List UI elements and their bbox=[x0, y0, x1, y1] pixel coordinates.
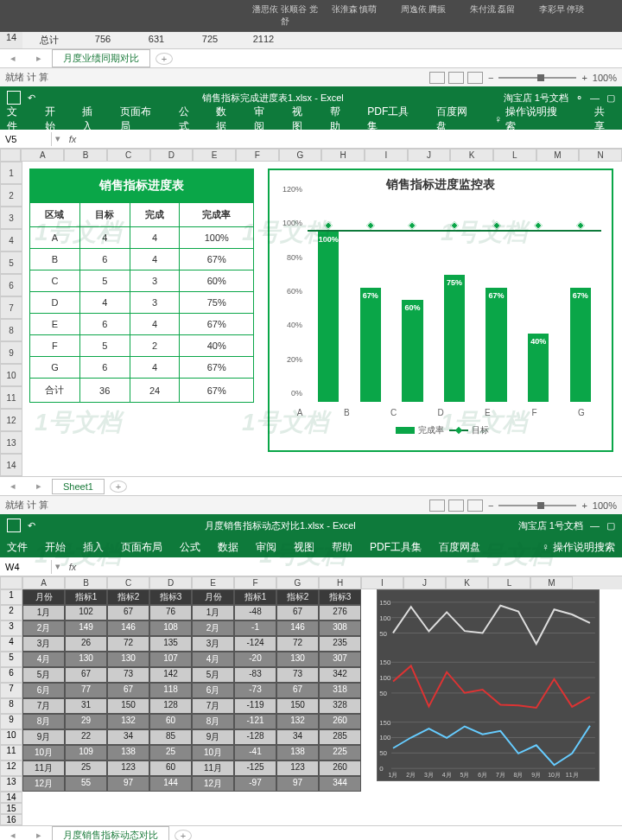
data-cell[interactable]: 26 bbox=[65, 636, 107, 652]
data-cell[interactable]: 318 bbox=[319, 683, 361, 698]
data-cell[interactable]: 85 bbox=[149, 729, 192, 745]
data-cell[interactable]: 6月 bbox=[192, 683, 234, 698]
table-cell[interactable]: E bbox=[30, 314, 80, 335]
col-header[interactable]: C bbox=[107, 576, 149, 589]
table-cell[interactable]: 24 bbox=[130, 379, 180, 403]
data-cell[interactable]: 130 bbox=[276, 652, 319, 667]
normal-view-button[interactable] bbox=[429, 72, 445, 84]
data-cell[interactable]: -125 bbox=[234, 760, 276, 776]
data-cell[interactable]: 9月 bbox=[192, 729, 234, 745]
data-cell[interactable]: 342 bbox=[319, 667, 361, 683]
sales-progress-chart[interactable]: 销售指标进度监控表 0%20%40%60%80%100%120%ABCDEFG1… bbox=[268, 169, 613, 452]
tab-baidu[interactable]: 百度网盘 bbox=[436, 105, 477, 134]
tab-data[interactable]: 数据 bbox=[218, 540, 238, 555]
table-cell[interactable]: B bbox=[30, 249, 80, 270]
tab-layout[interactable]: 页面布局 bbox=[120, 105, 161, 134]
data-cell[interactable]: 123 bbox=[276, 760, 319, 776]
table-cell[interactable]: F bbox=[30, 335, 80, 357]
data-cell[interactable]: 149 bbox=[65, 620, 107, 636]
data-cell[interactable]: 328 bbox=[319, 698, 361, 714]
data-cell[interactable]: 135 bbox=[149, 636, 192, 652]
table-cell[interactable]: C bbox=[30, 270, 80, 292]
col-header[interactable]: J bbox=[408, 149, 451, 162]
maximize-button[interactable]: ▢ bbox=[606, 92, 615, 104]
data-cell[interactable]: -128 bbox=[234, 729, 276, 745]
col-header[interactable]: F bbox=[234, 576, 276, 589]
data-cell[interactable]: 235 bbox=[319, 636, 361, 652]
data-header[interactable]: 月份 bbox=[192, 589, 234, 605]
data-cell[interactable]: 76 bbox=[149, 605, 192, 620]
data-cell[interactable]: 138 bbox=[107, 745, 149, 760]
table-cell[interactable]: 4 bbox=[130, 314, 180, 335]
data-cell[interactable]: 146 bbox=[276, 620, 319, 636]
page-layout-button[interactable] bbox=[448, 500, 464, 512]
data-cell[interactable]: 22 bbox=[65, 729, 107, 745]
data-cell[interactable]: 34 bbox=[276, 729, 319, 745]
tab-review[interactable]: 审阅 bbox=[254, 105, 275, 134]
tab-view[interactable]: 视图 bbox=[294, 540, 314, 555]
tab-baidu[interactable]: 百度网盘 bbox=[439, 540, 480, 555]
data-cell[interactable]: 73 bbox=[107, 667, 149, 683]
row-header[interactable]: 11 bbox=[0, 386, 22, 409]
data-cell[interactable]: 142 bbox=[149, 667, 192, 683]
table-cell[interactable]: 4 bbox=[130, 227, 180, 249]
data-cell[interactable]: 8月 bbox=[192, 714, 234, 729]
tab-formulas[interactable]: 公式 bbox=[180, 540, 200, 555]
data-header[interactable]: 指标2 bbox=[276, 589, 319, 605]
table-cell[interactable]: 2 bbox=[130, 335, 180, 357]
table-cell[interactable]: 合计 bbox=[30, 379, 80, 403]
table-cell[interactable]: 36 bbox=[79, 379, 130, 403]
data-cell[interactable]: 1月 bbox=[22, 605, 65, 620]
row-header[interactable]: 8 bbox=[0, 319, 22, 341]
data-cell[interactable]: 128 bbox=[149, 698, 192, 714]
tab-help[interactable]: 帮助 bbox=[330, 105, 351, 134]
table-cell[interactable]: 75% bbox=[180, 292, 254, 314]
table-cell[interactable]: 6 bbox=[79, 314, 130, 335]
data-cell[interactable]: 123 bbox=[107, 760, 149, 776]
data-cell[interactable]: 67 bbox=[65, 667, 107, 683]
tab-insert[interactable]: 插入 bbox=[82, 105, 103, 134]
tab-help[interactable]: 帮助 bbox=[332, 540, 352, 555]
data-cell[interactable]: 72 bbox=[276, 636, 319, 652]
data-cell[interactable]: -73 bbox=[234, 683, 276, 698]
tab-insert[interactable]: 插入 bbox=[83, 540, 104, 555]
data-cell[interactable]: 55 bbox=[65, 776, 107, 792]
data-cell[interactable]: 77 bbox=[65, 683, 107, 698]
table-cell[interactable]: 60% bbox=[180, 270, 254, 292]
data-cell[interactable]: 67 bbox=[276, 683, 319, 698]
zoom-level[interactable]: 100% bbox=[593, 73, 617, 83]
col-header[interactable]: C bbox=[107, 149, 150, 162]
tab-home[interactable]: 开始 bbox=[45, 540, 66, 555]
tab-formulas[interactable]: 公式 bbox=[179, 105, 200, 134]
col-header[interactable]: F bbox=[236, 149, 279, 162]
select-all-corner[interactable] bbox=[0, 576, 22, 589]
tab-file[interactable]: 文件 bbox=[7, 105, 28, 134]
add-sheet-button[interactable]: + bbox=[175, 830, 192, 841]
data-cell[interactable]: 130 bbox=[107, 652, 149, 667]
col-header[interactable]: E bbox=[193, 149, 236, 162]
data-cell[interactable]: 7月 bbox=[192, 698, 234, 714]
name-box[interactable]: W4 bbox=[0, 560, 52, 574]
data-cell[interactable]: 67 bbox=[107, 683, 149, 698]
col-header[interactable]: G bbox=[276, 576, 319, 589]
data-cell[interactable]: 5月 bbox=[192, 667, 234, 683]
data-cell[interactable]: 260 bbox=[319, 760, 361, 776]
data-cell[interactable]: 4月 bbox=[22, 652, 65, 667]
col-header[interactable]: H bbox=[319, 576, 361, 589]
data-cell[interactable]: 146 bbox=[107, 620, 149, 636]
col-header[interactable]: I bbox=[361, 576, 403, 589]
table-cell[interactable]: 4 bbox=[130, 249, 180, 270]
sheet-tab[interactable]: 月度销售指标动态对比 bbox=[52, 826, 169, 840]
col-header[interactable]: L bbox=[488, 576, 530, 589]
data-cell[interactable]: 7月 bbox=[22, 698, 65, 714]
col-header[interactable]: J bbox=[403, 576, 446, 589]
data-cell[interactable]: 97 bbox=[276, 776, 319, 792]
add-sheet-button[interactable]: + bbox=[110, 480, 127, 493]
data-header[interactable]: 指标2 bbox=[107, 589, 149, 605]
table-cell[interactable]: 67% bbox=[180, 357, 254, 379]
data-cell[interactable]: 285 bbox=[319, 729, 361, 745]
data-cell[interactable]: 130 bbox=[65, 652, 107, 667]
data-cell[interactable]: 107 bbox=[149, 652, 192, 667]
fx-button[interactable]: fx bbox=[64, 134, 81, 144]
data-cell[interactable]: 11月 bbox=[192, 760, 234, 776]
